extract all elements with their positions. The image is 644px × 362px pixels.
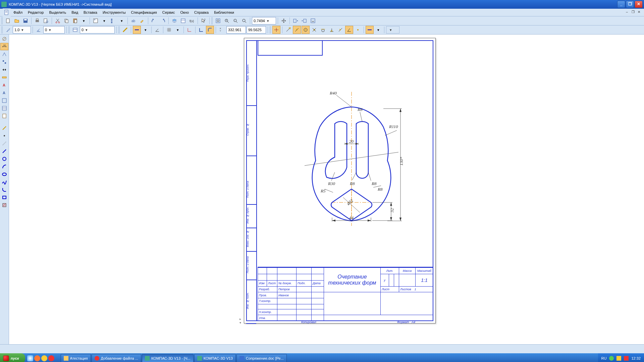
menu-edit[interactable]: Редактор xyxy=(25,10,46,15)
snap-normal-button[interactable] xyxy=(328,26,336,34)
menu-spec[interactable]: Спецификация xyxy=(128,10,160,15)
circle-tool[interactable] xyxy=(0,155,8,163)
next-view-button[interactable] xyxy=(300,17,308,25)
taskbar-item[interactable]: Атестация xyxy=(61,354,91,362)
spec-button[interactable] xyxy=(179,17,187,25)
dropdown-icon[interactable]: ▾ xyxy=(374,26,382,34)
symbols-tab[interactable] xyxy=(0,51,8,58)
paste-button[interactable] xyxy=(71,17,79,25)
point-tool[interactable] xyxy=(0,132,8,139)
tray-icon[interactable] xyxy=(616,356,621,361)
toolbar-grip[interactable] xyxy=(118,26,120,34)
menu-tools[interactable]: Инструменты xyxy=(100,10,128,15)
minimize-button[interactable]: _ xyxy=(617,1,625,8)
coord-x-field[interactable]: 332.961 xyxy=(226,26,246,34)
snap-end-button[interactable] xyxy=(284,26,292,34)
clock[interactable]: 12:32 xyxy=(631,356,641,360)
menu-libraries[interactable]: Библиотеки xyxy=(211,10,237,15)
dropdown-icon[interactable]: ▾ xyxy=(80,17,88,25)
tray-icon[interactable] xyxy=(609,356,614,361)
variables-button[interactable]: ab xyxy=(129,17,138,25)
segment-tool[interactable] xyxy=(0,147,8,155)
firefox-icon[interactable] xyxy=(34,355,40,361)
step-combo[interactable]: 1.0▾ xyxy=(13,26,31,34)
line-tool[interactable] xyxy=(0,124,8,132)
pan-button[interactable] xyxy=(280,17,288,25)
print-button[interactable] xyxy=(33,17,41,25)
redraw-button[interactable] xyxy=(309,17,317,25)
taskbar-item[interactable]: Добавление файла ... xyxy=(92,354,141,362)
zoom-combo[interactable]: 0.7494▾ xyxy=(252,17,276,24)
prev-view-button[interactable] xyxy=(291,17,300,25)
start-button[interactable]: пуск xyxy=(0,353,25,362)
zoom-fit-button[interactable] xyxy=(214,17,222,25)
params-tab[interactable] xyxy=(0,66,8,73)
measure-button[interactable] xyxy=(121,26,129,34)
new-button[interactable] xyxy=(4,17,12,25)
help-pointer-button[interactable]: ? xyxy=(200,17,208,25)
snap-config-button[interactable] xyxy=(366,26,374,34)
geometry-tab[interactable] xyxy=(0,35,8,43)
table-tab[interactable]: A xyxy=(0,89,8,97)
mdi-minimize-button[interactable]: – xyxy=(625,10,629,15)
copy-props-button[interactable] xyxy=(138,17,146,25)
copy-button[interactable] xyxy=(62,17,70,25)
redo-button[interactable] xyxy=(159,17,167,25)
toolbar-grip[interactable] xyxy=(211,17,213,24)
snap-mid-button[interactable] xyxy=(293,26,301,34)
doc-menu-icon[interactable] xyxy=(3,8,11,16)
ellipse-tool[interactable] xyxy=(0,171,8,178)
snap-tangent-button[interactable] xyxy=(319,26,327,34)
taskbar-item[interactable]: КОМПАС-3D V13 - [Ч... xyxy=(142,354,194,362)
style-combo[interactable]: 0▾ xyxy=(80,26,115,34)
edit-tab[interactable] xyxy=(0,58,8,66)
dimensions-tab[interactable]: 12 xyxy=(0,43,8,50)
close-button[interactable]: ✕ xyxy=(635,1,643,8)
snap-near-button[interactable] xyxy=(336,26,344,34)
dropdown-icon[interactable]: ▾ xyxy=(118,17,126,25)
snap-point-button[interactable] xyxy=(354,26,362,34)
mdi-restore-button[interactable]: ❐ xyxy=(631,10,635,15)
dropdown-icon[interactable]: ▾ xyxy=(142,26,150,34)
system-tray[interactable]: RU 12:32 xyxy=(598,353,644,362)
menu-help[interactable]: Справка xyxy=(192,10,211,15)
chamfer-tool[interactable] xyxy=(0,186,8,193)
snap-intersect-button[interactable] xyxy=(310,26,318,34)
menu-view[interactable]: Вид xyxy=(69,10,81,15)
zoom-out-button[interactable]: - xyxy=(231,17,239,25)
snap-center-button[interactable] xyxy=(302,26,310,34)
menu-window[interactable]: Окно xyxy=(177,10,192,15)
dropdown-icon[interactable]: ▾ xyxy=(174,26,182,34)
drawing-canvas[interactable]: Перв. примен. Справ. № Подп. и дата Инв.… xyxy=(9,35,644,344)
opera-icon[interactable] xyxy=(48,355,54,361)
coord-y-field[interactable]: 99.5625 xyxy=(247,26,266,34)
aux-line-tool[interactable] xyxy=(0,140,8,147)
angle-tool-button[interactable] xyxy=(153,26,161,34)
cut-button[interactable] xyxy=(54,17,62,25)
ortho-button[interactable] xyxy=(197,26,205,34)
preview-button[interactable] xyxy=(42,17,50,25)
hatch-tool[interactable] xyxy=(0,201,8,209)
toolbar-grip[interactable] xyxy=(68,26,70,34)
tree-button[interactable] xyxy=(109,17,117,25)
zoom-in-button[interactable]: + xyxy=(223,17,231,25)
menu-file[interactable]: Файл xyxy=(11,10,25,15)
ie-icon[interactable] xyxy=(27,355,33,361)
menu-insert[interactable]: Вставка xyxy=(81,10,100,15)
round-button[interactable] xyxy=(206,26,214,34)
snap-toggle-button[interactable] xyxy=(272,26,280,34)
taskbar-item[interactable]: КОМПАС-3D V13 xyxy=(194,354,236,362)
zoom-window-button[interactable] xyxy=(240,17,248,25)
tray-icon[interactable] xyxy=(624,356,629,361)
spline-tool[interactable] xyxy=(0,178,8,186)
menu-select[interactable]: Выделить xyxy=(46,10,69,15)
measure-tab[interactable] xyxy=(0,74,8,81)
empty-combo[interactable]: ▾ xyxy=(386,26,399,34)
dropdown-icon[interactable]: ▾ xyxy=(100,17,108,25)
open-button[interactable] xyxy=(13,17,21,25)
rect-tool[interactable] xyxy=(0,194,8,201)
maximize-button[interactable]: ❐ xyxy=(626,1,634,8)
undo-button[interactable] xyxy=(150,17,158,25)
views-tab[interactable] xyxy=(0,97,8,104)
arc-tool[interactable] xyxy=(0,163,8,170)
